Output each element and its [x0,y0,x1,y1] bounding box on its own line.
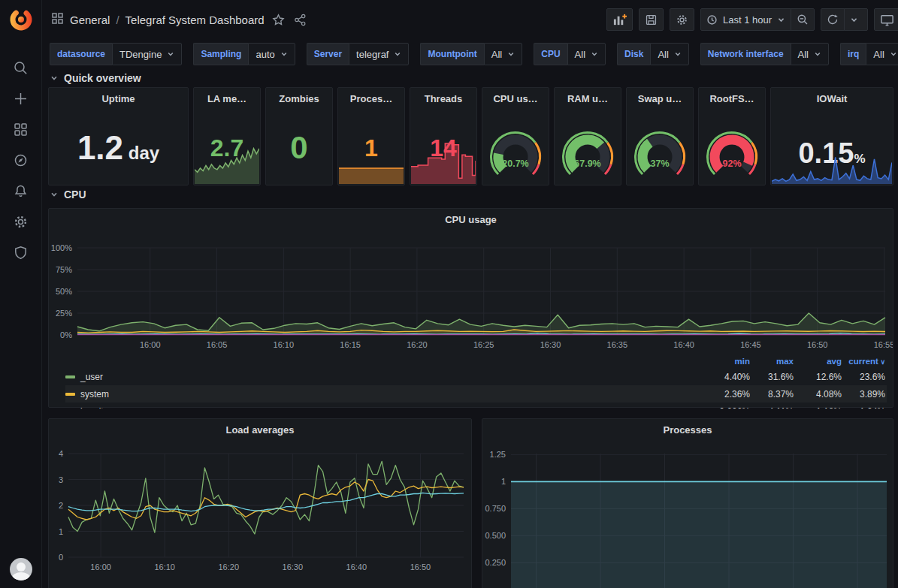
variable-dropdown[interactable]: All [650,43,688,65]
section-cpu[interactable]: CPU [50,188,898,201]
panel-title[interactable]: RootFS… [699,88,765,110]
legend-value-avg: 12.6% [794,372,842,382]
add-panel-icon [612,13,627,27]
bottom-panels-row: Load averages 0123416:0016:1016:2016:301… [48,418,893,588]
panel-title[interactable]: RAM u… [555,88,621,110]
panel-title[interactable]: Swap u… [627,88,693,110]
time-range-picker[interactable]: Last 1 hour [700,8,791,31]
panel-title[interactable]: CPU usage [49,209,893,231]
svg-text:16:10: 16:10 [154,562,175,571]
breadcrumb-folder[interactable]: General [70,14,110,26]
variable-value: All [873,49,884,60]
panel-load-averages: Load averages 0123416:0016:1016:2016:301… [48,418,472,588]
variable-dropdown[interactable]: telegraf [349,43,409,65]
cpu-usage-plot[interactable]: 0%25%50%75%100%16:0016:0516:1016:1516:20… [49,231,893,353]
panel-title[interactable]: Uptime [49,88,188,110]
legend-value-max: 8.37% [750,389,794,400]
legend-sort-max[interactable]: max [750,357,794,366]
user-avatar[interactable] [10,558,32,580]
svg-text:16:25: 16:25 [473,340,494,349]
gauge: 67.9% [558,131,617,182]
svg-text:16:15: 16:15 [340,340,361,349]
variable-disk: DiskAll [617,43,689,65]
variable-dropdown[interactable]: All [567,43,606,65]
star-dashboard-button[interactable] [271,12,286,28]
search-icon[interactable] [13,59,29,76]
legend-value-min: 2.36% [696,389,750,400]
variable-cpu: CPUAll [534,43,606,65]
add-panel-button[interactable] [606,8,633,31]
svg-text:100%: 100% [51,243,72,252]
refresh-button[interactable] [821,8,845,31]
variable-dropdown[interactable]: All [791,43,829,65]
svg-text:1.25: 1.25 [490,450,506,459]
legend-sort-min[interactable]: min [696,357,750,366]
alerting-bell-icon[interactable] [13,182,29,199]
series-label: iowait [80,406,104,409]
panel-title[interactable]: CPU us… [482,88,549,110]
section-quick-overview[interactable]: Quick overview [50,72,898,84]
dashboard-settings-button[interactable] [670,8,694,31]
variable-dropdown[interactable]: All [484,43,522,65]
section-title: Quick overview [64,72,141,84]
svg-text:16:35: 16:35 [607,340,628,349]
svg-text:16:50: 16:50 [807,340,828,349]
panel-title[interactable]: Proces… [338,88,404,110]
panel-title[interactable]: Zombies [266,88,332,110]
legend-series-name[interactable]: iowait [65,406,696,409]
panel-title[interactable]: IOWait [771,88,893,110]
load-averages-plot[interactable]: 0123416:0016:1016:2016:3016:4016:50 [49,442,471,575]
svg-text:16:50: 16:50 [410,562,431,571]
variable-sampling: Samplingauto [193,43,295,65]
variable-network-interface: Network interfaceAll [700,43,829,65]
legend-series-name[interactable]: _user [65,372,696,382]
panel-title[interactable]: Threads [410,88,476,110]
variable-value: All [798,49,809,60]
processes-plot[interactable]: 0.2500.5000.75011.25 [482,442,893,588]
legend-row-system: system2.36%8.37%4.08%3.89% [65,385,887,403]
panel-title[interactable]: Load averages [49,419,471,442]
variable-label: Mountpoint [420,43,483,65]
dashboards-grid-icon[interactable] [13,121,29,137]
chevron-down-icon [394,50,401,58]
star-icon [272,14,285,26]
legend-value-avg: 1.18% [794,406,842,409]
grafana-logo[interactable] [8,7,34,32]
svg-text:0.750: 0.750 [485,504,506,513]
panel-title[interactable]: LA me… [194,88,260,110]
stat-panel-threads: Threads14 [410,87,477,185]
chevron-down-icon [591,50,598,58]
variable-dropdown[interactable]: TDengine [112,43,182,65]
variable-dropdown[interactable]: All [866,43,898,65]
stat-sparkline [772,155,892,184]
share-dashboard-button[interactable] [292,12,308,28]
quick-overview-row: Uptime1.2 dayLA me…2.7Zombies0Proces…1Th… [42,84,898,185]
variable-label: datasource [50,43,112,65]
save-dashboard-button[interactable] [639,8,664,31]
kiosk-mode-button[interactable] [874,8,898,31]
legend-sort-current[interactable]: current ∨ [842,357,885,366]
stat-panel-rootfs: RootFS…92% [698,87,766,185]
svg-text:16:45: 16:45 [740,340,761,349]
stat-sparkline [195,146,259,184]
svg-text:67.9%: 67.9% [574,158,600,169]
legend-series-name[interactable]: system [65,389,696,400]
create-plus-icon[interactable] [13,90,29,107]
legend-sort-avg[interactable]: avg [794,357,842,366]
configuration-gear-icon[interactable] [13,213,29,230]
svg-text:50%: 50% [56,287,72,296]
avatar-body [12,572,30,580]
svg-text:1: 1 [59,527,63,536]
monitor-icon [880,13,894,27]
explore-compass-icon[interactable] [13,152,29,168]
series-color-swatch [65,375,75,378]
zoom-out-time-button[interactable] [791,8,815,31]
stat-sparkline [411,140,476,184]
server-admin-shield-icon[interactable] [13,244,29,261]
variable-dropdown[interactable]: auto [248,43,295,65]
panel-title[interactable]: Processes [482,419,893,442]
variable-label: irq [840,43,866,65]
variable-value: All [658,49,668,60]
refresh-interval-dropdown[interactable] [844,8,868,31]
svg-text:75%: 75% [56,265,72,274]
